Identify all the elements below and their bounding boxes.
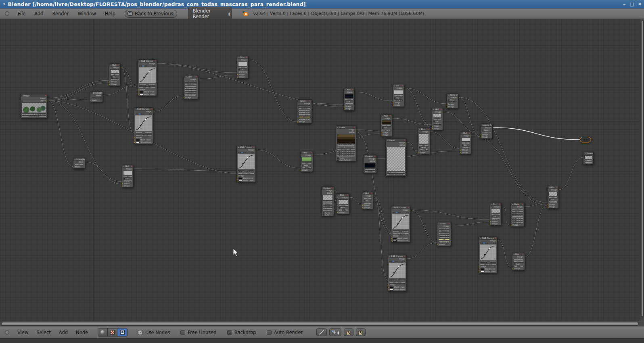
- curve-tool-icon[interactable]: [144, 113, 148, 115]
- input-socket[interactable]: [237, 76, 238, 78]
- composite-node[interactable]: [580, 137, 591, 142]
- output-socket[interactable]: [458, 97, 458, 98]
- node-header[interactable]: ▾Blur: [512, 253, 525, 256]
- input-socket[interactable]: [447, 106, 447, 108]
- curve-tool-icon[interactable]: [495, 243, 496, 244]
- collapse-triangle-icon[interactable]: ▾: [512, 203, 513, 205]
- node-checkbox[interactable]: Cla: [460, 144, 471, 146]
- curve-tool-icon[interactable]: [251, 152, 253, 153]
- collapse-triangle-icon[interactable]: ▾: [185, 76, 186, 78]
- output-socket[interactable]: [248, 59, 249, 61]
- node-field[interactable]: A: [382, 125, 391, 127]
- backdrop-checkbox[interactable]: [227, 330, 232, 335]
- collapse-triangle-icon[interactable]: ▾: [382, 115, 383, 117]
- output-socket[interactable]: [355, 132, 356, 133]
- node-field[interactable]: [438, 241, 450, 243]
- node-field[interactable]: [301, 167, 306, 169]
- node-field[interactable]: [425, 149, 429, 151]
- input-socket[interactable]: [109, 84, 110, 85]
- node-field[interactable]: [298, 118, 311, 120]
- curve-editor[interactable]: [238, 154, 255, 169]
- curve-tool-icon[interactable]: [399, 212, 401, 213]
- curve-tool-icon[interactable]: [391, 261, 392, 262]
- output-socket[interactable]: [133, 168, 134, 170]
- input-socket[interactable]: [388, 284, 389, 286]
- node-field[interactable]: [345, 103, 353, 105]
- copy-button[interactable]: [344, 328, 353, 336]
- output-socket[interactable]: [120, 67, 121, 69]
- node-field[interactable]: [144, 132, 152, 134]
- node-header[interactable]: ▾RGB Curves: [388, 255, 406, 258]
- output-socket[interactable]: [450, 226, 451, 227]
- node-header[interactable]: ▾Image: [21, 94, 47, 97]
- node-editor-canvas[interactable]: ▾ImageImageAlphaSingle Image▾Dilate/Erod…: [0, 19, 644, 326]
- input-socket[interactable]: [381, 132, 382, 134]
- snap-curve-button[interactable]: [316, 328, 327, 336]
- curve-editor-box[interactable]: [392, 214, 409, 230]
- output-socket[interactable]: [524, 206, 525, 208]
- node-field[interactable]: DP: [438, 239, 450, 241]
- color-swatch-input[interactable]: [393, 240, 397, 242]
- mix-mult-left[interactable]: ▾MultImageMClaImageImage: [109, 63, 121, 86]
- node-field[interactable]: [298, 110, 311, 112]
- node-header[interactable]: ▾Dilate/Erode: [73, 158, 85, 161]
- menu-file[interactable]: File: [13, 8, 30, 19]
- curve-editor-box[interactable]: [480, 245, 496, 260]
- node-header[interactable]: ▾Add: [381, 115, 392, 117]
- output-socket[interactable]: [524, 256, 525, 258]
- node-field[interactable]: M: [461, 142, 470, 144]
- output-socket[interactable]: [492, 127, 493, 129]
- node-field[interactable]: [322, 201, 333, 203]
- node-checkbox[interactable]: Cla: [109, 76, 120, 78]
- output-socket[interactable]: [84, 161, 85, 163]
- collapse-triangle-icon[interactable]: ▾: [433, 109, 434, 111]
- output-socket[interactable]: [429, 131, 430, 133]
- output-socket[interactable]: [197, 79, 198, 80]
- menu-select[interactable]: Select: [32, 330, 54, 335]
- color-swatch-input[interactable]: [481, 271, 484, 272]
- paste-button[interactable]: [356, 328, 366, 336]
- node-field[interactable]: 0: [74, 164, 84, 166]
- backdrop-toggle[interactable]: Backdrop: [227, 330, 256, 335]
- node-field[interactable]: Fac 1.000: [481, 132, 491, 134]
- node-header[interactable]: ▾Alpha Over: [481, 124, 492, 127]
- node-field[interactable]: [584, 162, 592, 164]
- curve-tool-icon[interactable]: [238, 152, 239, 153]
- menu-add[interactable]: Add: [30, 8, 48, 19]
- node-field[interactable]: [438, 234, 450, 236]
- mix-add-1[interactable]: ▾AddImageAddClaImageImage: [343, 88, 355, 111]
- node-field[interactable]: [419, 149, 423, 151]
- input-socket[interactable]: [391, 240, 392, 242]
- node-header[interactable]: ▾RGB Curves: [391, 206, 410, 209]
- node-field[interactable]: [298, 112, 311, 114]
- node-field[interactable]: Fac 1.000: [389, 282, 406, 284]
- input-socket[interactable]: [109, 81, 110, 83]
- curve-tool-icon[interactable]: [253, 152, 254, 153]
- node-header[interactable]: ▾Mult: [109, 64, 120, 67]
- node-field[interactable]: [512, 220, 523, 222]
- node-field[interactable]: Medium: [298, 107, 311, 109]
- input-socket[interactable]: [479, 268, 480, 270]
- output-socket[interactable]: [470, 135, 471, 137]
- snap-spinner-icon[interactable]: ▲▼: [337, 330, 339, 335]
- node-checkbox[interactable]: Cla: [393, 97, 404, 99]
- output-socket[interactable]: [406, 142, 407, 144]
- node-field[interactable]: [338, 209, 343, 211]
- node-header[interactable]: ▾Image: [386, 139, 406, 142]
- node-field[interactable]: [184, 94, 197, 96]
- rgb-curves-2[interactable]: ▾RGB CurvesImage Fac 1.000ImageBlack Lev…: [134, 107, 153, 144]
- output-socket[interactable]: [255, 149, 256, 151]
- collapse-triangle-icon[interactable]: ▾: [419, 128, 420, 130]
- mix-mul-a[interactable]: ▾MulImageMClaImageImage: [432, 108, 443, 130]
- horizontal-scrollbar[interactable]: [1, 322, 639, 326]
- input-socket[interactable]: [297, 121, 298, 123]
- mix-add-right[interactable]: ▾AddImageAClaImageImage: [547, 186, 559, 209]
- node-field[interactable]: Frame:: [322, 205, 333, 207]
- node-header[interactable]: ▾Glare: [511, 203, 524, 206]
- output-socket[interactable]: [333, 190, 334, 192]
- node-header[interactable]: ▾Dilate/Erode: [90, 92, 102, 94]
- output-socket[interactable]: [102, 95, 103, 96]
- blur-mid[interactable]: ▾BlurImageFastRelatImage: [300, 151, 313, 172]
- collapse-triangle-icon[interactable]: ▾: [123, 165, 124, 167]
- input-socket[interactable]: [393, 105, 394, 106]
